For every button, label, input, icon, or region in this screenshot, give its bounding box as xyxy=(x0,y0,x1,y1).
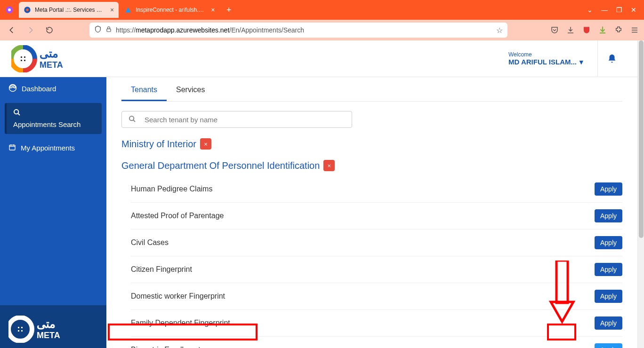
url-text: https://metaprodapp.azurewebsites.net/En… xyxy=(116,26,304,34)
page-scrollbar[interactable] xyxy=(637,40,644,348)
svg-rect-8 xyxy=(24,56,25,58)
ublock-icon[interactable] xyxy=(582,25,591,35)
firefox-menu-icon[interactable] xyxy=(3,3,16,16)
apply-button[interactable]: Apply xyxy=(595,343,622,348)
content-tabs: Tenants Services xyxy=(121,79,622,102)
browser-tab-active[interactable]: Meta Portal .::. Services Search × xyxy=(19,2,119,18)
service-row: Domestic worker FingerprintApply xyxy=(131,283,622,310)
sidebar-item-my-appointments[interactable]: My Appointments xyxy=(0,137,106,159)
breadcrumb-level-2: General Department Of Personnel Identifi… xyxy=(121,160,622,171)
remove-filter-button[interactable]: × xyxy=(323,160,335,171)
sidebar-item-dashboard[interactable]: Dashboard xyxy=(0,77,106,100)
svg-point-1 xyxy=(8,8,11,11)
browser-tab-strip: Meta Portal .::. Services Search × Inspi… xyxy=(0,0,644,20)
search-icon xyxy=(129,115,136,124)
user-name: MD ARIFUL ISLAM... xyxy=(508,58,577,66)
reload-button[interactable] xyxy=(42,23,56,37)
favicon-icon xyxy=(24,6,31,14)
close-icon[interactable]: × xyxy=(211,6,215,14)
service-name: Biometric Enrollment xyxy=(131,346,201,348)
browser-tab-title: Meta Portal .::. Services Search xyxy=(35,7,105,13)
gauge-icon xyxy=(8,84,17,94)
window-minimize-icon[interactable]: — xyxy=(601,6,608,14)
sidebar-item-label: My Appointments xyxy=(21,144,75,152)
tenant-search[interactable] xyxy=(121,111,352,128)
svg-point-3 xyxy=(26,8,28,11)
sidebar-item-label: Dashboard xyxy=(22,85,56,93)
browser-tab-inactive[interactable]: InspireConnect - arifulsh.com × xyxy=(120,2,219,18)
idm-icon[interactable] xyxy=(598,25,607,35)
notifications-button[interactable] xyxy=(598,54,626,64)
breadcrumb-level-1: Ministry of Interior × xyxy=(121,138,622,150)
svg-text:META: META xyxy=(37,331,60,340)
tenant-search-input[interactable] xyxy=(145,116,345,124)
address-bar[interactable]: https://metaprodapp.azurewebsites.net/En… xyxy=(89,23,507,38)
svg-marker-4 xyxy=(125,7,131,13)
scrollbar-thumb[interactable] xyxy=(639,40,644,238)
pocket-icon[interactable] xyxy=(550,25,559,35)
svg-rect-5 xyxy=(107,29,111,32)
chevron-down-icon[interactable]: ⌄ xyxy=(587,6,593,14)
svg-text:متى: متى xyxy=(40,47,58,60)
user-menu[interactable]: Welcome MD ARIFUL ISLAM... ▾ xyxy=(508,40,598,77)
search-icon xyxy=(13,110,21,118)
favicon-icon xyxy=(124,6,132,14)
service-row: Civil CasesApply xyxy=(131,229,622,256)
svg-rect-19 xyxy=(21,330,23,332)
new-tab-button[interactable]: + xyxy=(222,3,235,16)
apply-button[interactable]: Apply xyxy=(595,316,622,330)
hamburger-icon[interactable] xyxy=(630,25,639,35)
svg-rect-16 xyxy=(18,327,19,328)
download-icon[interactable] xyxy=(566,25,575,35)
caret-down-icon: ▾ xyxy=(580,58,583,66)
service-name: Citizen Fingerprint xyxy=(131,265,192,274)
service-list: Human Pedigree ClaimsApplyAttested Proof… xyxy=(121,176,622,348)
apply-button[interactable]: Apply xyxy=(595,209,622,222)
logo[interactable]: متى META xyxy=(11,45,96,72)
sidebar-footer-logo: متى META xyxy=(0,305,106,348)
back-button[interactable] xyxy=(5,23,19,37)
welcome-label: Welcome xyxy=(508,51,583,58)
service-row: Family Dependent FingerprintApply xyxy=(131,310,622,337)
close-icon[interactable]: × xyxy=(110,6,114,14)
sidebar-item-label: Appointments Search xyxy=(13,120,95,128)
apply-button[interactable]: Apply xyxy=(595,263,622,276)
forward-button[interactable] xyxy=(24,23,38,37)
svg-rect-18 xyxy=(18,330,19,332)
service-row: Biometric EnrollmentApply xyxy=(131,337,622,348)
window-close-icon[interactable]: ✕ xyxy=(631,6,636,14)
shield-icon[interactable] xyxy=(94,25,102,35)
svg-rect-9 xyxy=(21,60,22,61)
svg-text:متى: متى xyxy=(37,317,56,330)
breadcrumb-label[interactable]: General Department Of Personnel Identifi… xyxy=(121,160,320,171)
service-name: Family Dependent Fingerprint xyxy=(131,319,230,327)
bookmark-icon[interactable]: ☆ xyxy=(496,26,503,35)
apply-button[interactable]: Apply xyxy=(595,182,622,196)
apply-button[interactable]: Apply xyxy=(595,290,622,303)
calendar-icon xyxy=(8,143,16,152)
service-name: Attested Proof of Parentage xyxy=(131,212,224,220)
svg-rect-17 xyxy=(21,327,23,328)
remove-filter-button[interactable]: × xyxy=(200,138,211,150)
service-name: Domestic worker Fingerprint xyxy=(131,292,225,301)
service-name: Human Pedigree Claims xyxy=(131,185,212,193)
sidebar: Dashboard Appointments Search My Appoint… xyxy=(0,77,106,348)
app-root: متى META Welcome MD ARIFUL ISLAM... ▾ xyxy=(0,40,637,348)
browser-tab-title: InspireConnect - arifulsh.com xyxy=(136,7,206,13)
tab-services[interactable]: Services xyxy=(167,79,214,101)
lock-icon[interactable] xyxy=(105,26,112,34)
tab-tenants[interactable]: Tenants xyxy=(121,79,167,101)
svg-point-14 xyxy=(14,110,18,114)
breadcrumb-label[interactable]: Ministry of Interior xyxy=(121,139,196,150)
extensions-icon[interactable] xyxy=(614,25,623,35)
browser-toolbar: https://metaprodapp.azurewebsites.net/En… xyxy=(0,20,644,40)
svg-rect-10 xyxy=(24,60,25,61)
svg-point-22 xyxy=(129,116,134,120)
service-row: Human Pedigree ClaimsApply xyxy=(131,176,622,203)
service-row: Attested Proof of ParentageApply xyxy=(131,203,622,229)
app-header: متى META Welcome MD ARIFUL ISLAM... ▾ xyxy=(0,40,637,77)
sidebar-item-appointments-search[interactable]: Appointments Search xyxy=(5,103,102,134)
main-content: Tenants Services Ministry of Interior × xyxy=(106,77,637,348)
apply-button[interactable]: Apply xyxy=(595,236,622,249)
window-restore-icon[interactable]: ❐ xyxy=(616,6,622,14)
